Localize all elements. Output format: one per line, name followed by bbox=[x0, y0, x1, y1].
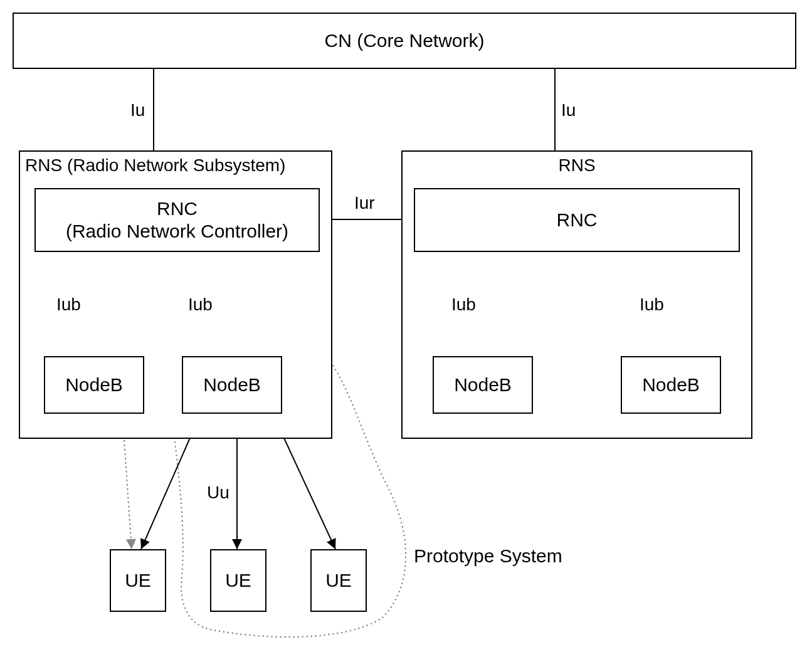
iu-right-label: Iu bbox=[561, 100, 576, 120]
nodeb-right-1-box: NodeB bbox=[433, 356, 533, 414]
ue-2-label: UE bbox=[225, 569, 251, 592]
rnc-right-box: RNC bbox=[414, 188, 740, 252]
nodeb-left-1-box: NodeB bbox=[44, 356, 144, 414]
uu-label: Uu bbox=[207, 483, 229, 503]
nodeb-right-2-box: NodeB bbox=[621, 356, 721, 414]
nodeb-right-1-label: NodeB bbox=[454, 374, 512, 396]
rnc-left-label-2: (Radio Network Controller) bbox=[66, 220, 288, 243]
rnc-left-label-1: RNC bbox=[157, 197, 198, 220]
ue-1-box: UE bbox=[110, 549, 166, 612]
nodeb-right-2-label: NodeB bbox=[642, 374, 700, 396]
iu-left-label: Iu bbox=[130, 100, 145, 120]
iub-right-1-label: Iub bbox=[451, 295, 476, 315]
nodeb-left-1-label: NodeB bbox=[65, 374, 123, 396]
ue-3-box: UE bbox=[310, 549, 367, 612]
ue-2-box: UE bbox=[210, 549, 266, 612]
nodeb-left-2-label: NodeB bbox=[203, 374, 261, 396]
rnc-left-box: RNC (Radio Network Controller) bbox=[34, 188, 320, 252]
utran-architecture-diagram: CN (Core Network) RNS (Radio Network Sub… bbox=[0, 0, 812, 657]
rns-right-title: RNS bbox=[558, 155, 595, 176]
rnc-right-label: RNC bbox=[557, 209, 598, 231]
iur-label: Iur bbox=[354, 193, 375, 213]
nodeb-left-2-box: NodeB bbox=[182, 356, 282, 414]
cn-label: CN (Core Network) bbox=[324, 29, 484, 52]
iub-left-1-label: Iub bbox=[56, 295, 81, 315]
ue-1-label: UE bbox=[125, 569, 151, 592]
cn-box: CN (Core Network) bbox=[13, 13, 796, 69]
iub-right-2-label: Iub bbox=[640, 295, 664, 315]
ue-3-label: UE bbox=[325, 569, 352, 592]
iub-left-2-label: Iub bbox=[188, 295, 213, 315]
rns-left-title: RNS (Radio Network Subsystem) bbox=[25, 155, 285, 176]
prototype-label: Prototype System bbox=[414, 545, 562, 567]
